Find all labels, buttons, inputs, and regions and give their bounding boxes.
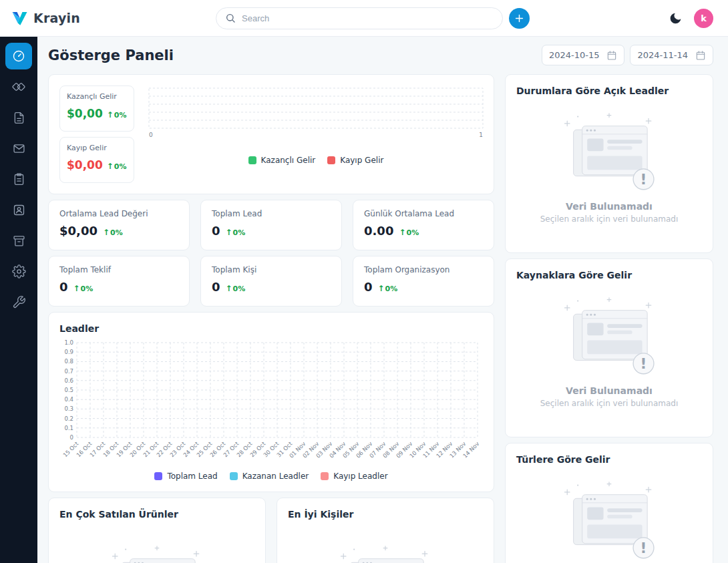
page-header: Gösterge Paneli 2024-10-15 2024-11-14 bbox=[48, 45, 713, 65]
top-persons-panel: En İyi Kişiler ! bbox=[277, 498, 494, 563]
stat-row-1: Ortalama Lead Değeri $0,00 ↑0% Toplam Le… bbox=[48, 200, 494, 250]
daily-average-leads-stat: Günlük Ortalama Lead 0.00 ↑0% bbox=[353, 200, 494, 250]
plus-icon bbox=[514, 13, 525, 24]
dashboard-content: Kazançlı Gelir $0,00 ↑0% Kayıp Gelir $0,… bbox=[48, 74, 713, 563]
avatar[interactable]: k bbox=[694, 9, 713, 28]
empty-state-illustration: ! bbox=[550, 480, 669, 562]
svg-text:0.6: 0.6 bbox=[64, 377, 73, 384]
left-column: Kazançlı Gelir $0,00 ↑0% Kayıp Gelir $0,… bbox=[48, 74, 494, 563]
dashboard-icon bbox=[11, 49, 26, 63]
sidebar-item-activities[interactable] bbox=[5, 166, 32, 192]
stat-label: Kazançlı Gelir bbox=[67, 92, 127, 101]
quick-create-button[interactable] bbox=[509, 8, 530, 29]
panel-title: Durumlara Göre Açık Leadler bbox=[516, 85, 702, 96]
lost-revenue-stat: Kayıp Gelir $0,00 ↑0% bbox=[59, 137, 134, 183]
sidebar-item-leads[interactable] bbox=[5, 73, 32, 100]
won-revenue-stat: Kazançlı Gelir $0,00 ↑0% bbox=[59, 85, 134, 132]
panel-title: En İyi Kişiler bbox=[288, 509, 353, 520]
sidebar-item-contacts[interactable] bbox=[5, 196, 32, 223]
sidebar-item-settings[interactable] bbox=[5, 258, 32, 285]
sidebar-item-mail[interactable] bbox=[5, 135, 32, 162]
brand[interactable]: Krayin bbox=[12, 11, 216, 25]
revenue-chart: 01 bbox=[148, 87, 484, 139]
empty-state-illustration: ! bbox=[98, 544, 216, 563]
legend-swatch bbox=[327, 156, 335, 164]
legend-swatch bbox=[230, 472, 238, 480]
svg-text:0: 0 bbox=[70, 434, 73, 441]
svg-text:0.1: 0.1 bbox=[64, 425, 73, 431]
stat-value: 0 bbox=[212, 224, 220, 238]
empty-state-illustration: ! bbox=[550, 111, 669, 194]
legend-item: Kayıp Leadler bbox=[321, 472, 387, 481]
trend-up-icon: ↑ bbox=[226, 285, 232, 293]
search-icon bbox=[225, 13, 236, 23]
legend-item: Kazanan Leadler bbox=[230, 472, 309, 481]
stat-value: $0,00 bbox=[59, 224, 98, 238]
stat-delta: ↑0% bbox=[226, 228, 246, 237]
stat-label: Ortalama Lead Değeri bbox=[59, 209, 178, 218]
legend-label: Kazançlı Gelir bbox=[261, 156, 316, 165]
empty-state-title: Veri Bulunamadı bbox=[566, 201, 653, 212]
stat-delta: ↑0% bbox=[107, 111, 127, 120]
topbar: Krayin k bbox=[0, 0, 728, 37]
svg-text:1.0: 1.0 bbox=[64, 339, 73, 346]
stat-value: $0,00 bbox=[67, 107, 103, 120]
stat-delta: ↑0% bbox=[107, 162, 127, 171]
sidebar-item-configuration[interactable] bbox=[5, 289, 32, 315]
date-to-input[interactable]: 2024-11-14 bbox=[630, 45, 713, 65]
stat-delta: ↑0% bbox=[226, 285, 246, 293]
stat-label: Kayıp Gelir bbox=[67, 144, 127, 152]
panel-title: Kaynaklara Göre Gelir bbox=[516, 270, 702, 280]
revenue-by-sources-panel: Kaynaklara Göre Gelir ! Veri Bulunamadı … bbox=[505, 258, 713, 437]
date-from-value: 2024-10-15 bbox=[549, 50, 600, 60]
bottom-row: En Çok Satılan Ürünler ! En İyi Kişiler bbox=[48, 498, 494, 563]
empty-state-subtitle: Seçilen aralık için veri bulunamadı bbox=[540, 399, 679, 408]
trend-up-icon: ↑ bbox=[73, 285, 80, 293]
legend-label: Kayıp Leadler bbox=[333, 472, 387, 481]
empty-state-illustration: ! bbox=[550, 295, 669, 378]
svg-text:0.2: 0.2 bbox=[64, 415, 73, 422]
search-bar[interactable] bbox=[216, 7, 503, 29]
svg-text:!: ! bbox=[641, 355, 647, 372]
dark-mode-toggle[interactable] bbox=[669, 11, 683, 25]
legend-label: Toplam Lead bbox=[167, 472, 217, 481]
quotes-icon bbox=[12, 111, 26, 125]
average-lead-value-stat: Ortalama Lead Değeri $0,00 ↑0% bbox=[48, 200, 190, 250]
legend-label: Kayıp Gelir bbox=[340, 156, 383, 165]
calendar-icon bbox=[695, 50, 706, 61]
stat-value: $0,00 bbox=[67, 158, 103, 172]
svg-text:0: 0 bbox=[149, 132, 153, 138]
stat-value: 0 bbox=[212, 280, 220, 294]
revenue-by-types-panel: Türlere Göre Gelir ! bbox=[505, 443, 713, 563]
panel-title: Türlere Göre Gelir bbox=[516, 454, 702, 465]
svg-text:!: ! bbox=[641, 171, 647, 188]
stat-value: 0.00 bbox=[364, 224, 393, 238]
svg-text:0.8: 0.8 bbox=[64, 358, 73, 365]
stat-delta: ↑0% bbox=[103, 228, 123, 237]
sidebar-item-dashboard[interactable] bbox=[5, 43, 32, 69]
empty-state-illustration: ! bbox=[550, 295, 669, 378]
leads-chart-legend: Toplam Lead Kazanan Leadler Kayıp Leadle… bbox=[59, 472, 483, 481]
search-input[interactable] bbox=[242, 13, 494, 23]
stat-label: Toplam Teklif bbox=[59, 265, 178, 274]
date-from-input[interactable]: 2024-10-15 bbox=[542, 45, 625, 65]
empty-state-illustration: ! bbox=[98, 544, 216, 563]
revenue-mini-stats: Kazançlı Gelir $0,00 ↑0% Kayıp Gelir $0,… bbox=[59, 85, 134, 183]
stat-delta: ↑0% bbox=[73, 285, 94, 293]
svg-text:0.7: 0.7 bbox=[64, 368, 73, 375]
right-column: Durumlara Göre Açık Leadler ! Veri Bulun… bbox=[505, 74, 713, 563]
contacts-icon bbox=[12, 203, 26, 217]
empty-state-illustration: ! bbox=[326, 544, 445, 563]
svg-text:0.9: 0.9 bbox=[64, 349, 73, 355]
trend-up-icon: ↑ bbox=[103, 228, 110, 236]
trend-up-icon: ↑ bbox=[378, 285, 385, 293]
sidebar-item-products[interactable] bbox=[5, 227, 32, 254]
main-content: Gösterge Paneli 2024-10-15 2024-11-14 bbox=[37, 37, 728, 563]
trend-up-icon: ↑ bbox=[107, 111, 114, 119]
configuration-wrench-icon bbox=[12, 295, 26, 309]
empty-state-illustration: ! bbox=[550, 111, 669, 194]
date-range-filter: 2024-10-15 2024-11-14 bbox=[542, 45, 713, 65]
sidebar-item-quotes[interactable] bbox=[5, 104, 32, 131]
legend-swatch bbox=[248, 156, 256, 164]
revenue-chart-legend: Kazançlı Gelir Kayıp Gelir bbox=[148, 156, 484, 165]
